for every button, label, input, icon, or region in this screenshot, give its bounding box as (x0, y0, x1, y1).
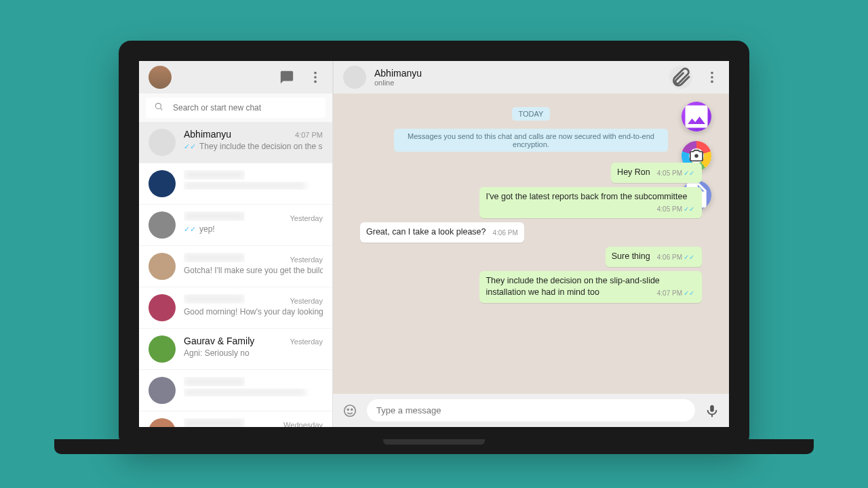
svg-point-1 (314, 76, 317, 79)
message-input[interactable] (376, 405, 686, 415)
chat-name (184, 253, 245, 262)
chat-preview (184, 388, 323, 396)
svg-point-8 (344, 405, 356, 416)
chat-list-item[interactable]: Yesterday✓✓yep! (139, 205, 332, 246)
emoji-icon[interactable] (342, 403, 357, 418)
message-bubble: I've got the latest reports back from th… (479, 187, 702, 218)
chat-list-item[interactable]: Wednesday (139, 411, 332, 427)
chat-time: Yesterday (290, 214, 323, 222)
composer-input-wrap (367, 399, 695, 422)
composer (333, 394, 729, 427)
chat-name (184, 170, 245, 180)
chat-preview: ✓✓They include the decision on the slip-… (184, 142, 323, 151)
svg-point-0 (314, 72, 317, 75)
chat-name (184, 418, 245, 427)
chat-time: Yesterday (290, 338, 323, 346)
contact-name: Abhimanyu (374, 68, 422, 79)
message-bubble: Great, can I take a look please?4:06 PM (360, 222, 524, 243)
chat-avatar (149, 253, 176, 280)
message-list[interactable]: TODAY Messages you send to this chat and… (333, 94, 729, 394)
svg-point-2 (314, 81, 317, 83)
chat-area: Abhimanyu online (333, 61, 729, 427)
svg-point-7 (711, 81, 713, 83)
search-bar (139, 94, 332, 122)
svg-point-10 (351, 409, 353, 410)
chat-header: Abhimanyu online (333, 61, 729, 94)
chat-name (184, 294, 245, 304)
chat-name (184, 211, 245, 221)
chat-avatar (149, 418, 176, 427)
chat-list-item[interactable]: Gaurav & FamilyYesterdayAgni: Seriously … (139, 329, 332, 370)
chat-name: Gaurav & Family (184, 336, 254, 346)
chat-preview: Good morning! How's your day looking? (184, 307, 323, 317)
message-bubble: They include the decision on the slip-an… (479, 271, 702, 303)
svg-point-6 (711, 76, 713, 79)
chat-avatar (149, 294, 176, 321)
message-bubble: Hey Ron4:05 PM✓✓ (611, 163, 702, 183)
app-window: Abhimanyu4:07 PM✓✓They include the decis… (139, 61, 729, 427)
chat-menu-icon[interactable] (705, 70, 719, 85)
contact-avatar[interactable] (343, 66, 366, 89)
chat-list-item[interactable]: YesterdayGotcha! I'll make sure you get … (139, 246, 332, 287)
chat-time: 4:07 PM (295, 131, 323, 139)
chat-list-item[interactable]: YesterdayGood morning! How's your day lo… (139, 287, 332, 329)
chat-preview: ✓✓yep! (184, 224, 323, 234)
chat-list-item[interactable] (139, 370, 332, 411)
chat-preview: Gotcha! I'll make sure you get the build… (184, 266, 323, 275)
svg-point-5 (711, 72, 713, 75)
date-divider: TODAY (512, 107, 551, 121)
chat-name (184, 377, 245, 386)
mic-icon[interactable] (705, 403, 719, 418)
sidebar-header (139, 61, 332, 94)
contact-status: online (374, 79, 422, 87)
encryption-notice: Messages you send to this chat and calls… (394, 129, 667, 152)
chat-preview: Agni: Seriously no (184, 348, 323, 358)
chat-name: Abhimanyu (184, 129, 231, 140)
chat-list-item[interactable]: Abhimanyu4:07 PM✓✓They include the decis… (139, 122, 332, 163)
chat-avatar (149, 336, 176, 363)
chat-list-item[interactable] (139, 163, 332, 205)
attach-icon[interactable] (669, 66, 692, 89)
laptop-frame: Abhimanyu4:07 PM✓✓They include the decis… (119, 41, 749, 447)
my-avatar[interactable] (149, 66, 172, 89)
chat-time: Yesterday (290, 256, 323, 264)
chat-avatar (149, 377, 176, 404)
sidebar: Abhimanyu4:07 PM✓✓They include the decis… (139, 61, 333, 427)
chat-avatar (149, 170, 176, 197)
search-icon (154, 102, 163, 114)
message-bubble: Sure thing4:06 PM✓✓ (606, 247, 702, 267)
chat-time: Wednesday (283, 421, 323, 427)
search-input[interactable] (173, 103, 317, 113)
menu-icon[interactable] (308, 70, 323, 85)
chat-preview (184, 182, 323, 190)
svg-point-9 (347, 409, 349, 410)
chat-avatar (149, 211, 176, 239)
chat-time: Yesterday (290, 297, 323, 305)
laptop-base (54, 439, 814, 454)
svg-point-3 (155, 103, 161, 108)
chat-list[interactable]: Abhimanyu4:07 PM✓✓They include the decis… (139, 122, 332, 427)
new-chat-icon[interactable] (279, 70, 294, 85)
chat-avatar (149, 129, 176, 156)
svg-line-4 (161, 108, 163, 110)
